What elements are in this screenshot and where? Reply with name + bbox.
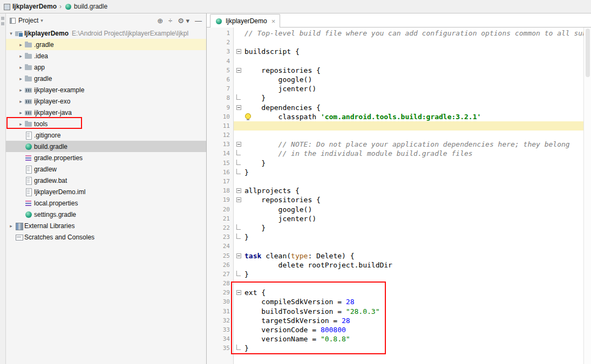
tree-item-gradlew-bat[interactable]: gradlew.bat — [6, 175, 206, 186]
gradle-file-icon — [215, 17, 223, 25]
chevron-right-icon[interactable]: ▸ — [17, 65, 24, 70]
code-line-24[interactable]: 24 — [207, 242, 583, 251]
code-line-15[interactable]: 15 } — [207, 159, 583, 168]
code-line-1[interactable]: 1// Top-level build file where you can a… — [207, 29, 583, 38]
file-icon — [24, 165, 33, 174]
code-line-2[interactable]: 2 — [207, 38, 583, 47]
chevron-down-icon[interactable]: ▾ — [40, 18, 43, 23]
code-line-3[interactable]: 3buildscript { — [207, 47, 583, 56]
tree-item-ijkplayer-exo[interactable]: ▸ijkplayer-exo — [6, 95, 206, 107]
code-line-9[interactable]: 9 dependencies { — [207, 103, 583, 112]
tree-item-label: IjkplayerDemo — [24, 30, 69, 37]
chevron-right-icon[interactable]: ▸ — [17, 53, 24, 59]
tree-item-build-gradle[interactable]: build.gradle — [6, 141, 206, 152]
tree-item-ijkplayer-java[interactable]: ▸ijkplayer-java — [6, 107, 206, 118]
settings-icon[interactable]: ⚙ ▾ — [178, 17, 189, 24]
tree-item-external-libraries[interactable]: ▸External Libraries — [6, 220, 206, 231]
breadcrumb-file[interactable]: build.gradle — [74, 3, 107, 10]
fold-end-icon[interactable] — [234, 93, 244, 102]
fold-end-icon[interactable] — [234, 232, 244, 242]
tree-item--gradle[interactable]: ▸.gradle — [6, 39, 206, 50]
line-number: 7 — [207, 84, 234, 93]
fold-gutter — [234, 84, 244, 93]
tree-item-app[interactable]: ▸app — [6, 61, 206, 73]
fold-gutter — [234, 177, 244, 186]
code-line-19[interactable]: 19 repositories { — [207, 195, 583, 204]
code-line-10[interactable]: 10 classpath 'com.android.tools.build:gr… — [207, 112, 583, 121]
code-line-7[interactable]: 7 jcenter() — [207, 84, 583, 93]
code-line-20[interactable]: 20 google() — [207, 205, 583, 214]
chevron-right-icon[interactable]: ▸ — [17, 110, 24, 115]
code-line-6[interactable]: 6 google() — [207, 75, 583, 84]
tree-item-settings-gradle[interactable]: settings.gradle — [6, 209, 206, 220]
tree-item-ijkplayerdemo-iml[interactable]: IjkplayerDemo.iml — [6, 186, 206, 197]
code-line-26[interactable]: 26 delete rootProject.buildDir — [207, 260, 583, 270]
code-text: } — [244, 223, 583, 232]
chevron-right-icon[interactable]: ▸ — [17, 42, 24, 47]
breadcrumb-project[interactable]: IjkplayerDemo — [12, 3, 57, 10]
code-line-27[interactable]: 27} — [207, 270, 583, 279]
tree-item-gradle-properties[interactable]: gradle.properties — [6, 152, 206, 163]
panel-title[interactable]: Project — [18, 17, 38, 24]
file-icon — [24, 176, 33, 185]
line-number: 19 — [207, 195, 234, 204]
code-line-14[interactable]: 14 // in the individual module build.gra… — [207, 149, 583, 158]
hide-icon[interactable]: — — [195, 17, 202, 24]
tree-item-label: gradle — [34, 75, 52, 83]
fold-start-icon[interactable] — [234, 251, 244, 260]
tree-item-ijkplayerdemo[interactable]: ▾IjkplayerDemoE:\Android Project\Ijkplay… — [6, 28, 206, 39]
code-line-16[interactable]: 16} — [207, 168, 583, 177]
tree-item-gradlew[interactable]: gradlew — [6, 163, 206, 175]
close-icon[interactable]: × — [271, 17, 276, 25]
fold-gutter — [234, 131, 244, 140]
project-path: E:\Android Project\IjkplayerExample\Ijkp… — [72, 30, 188, 37]
intention-bulb-icon[interactable] — [245, 113, 251, 119]
tree-item-local-properties[interactable]: local.properties — [6, 197, 206, 209]
fold-start-icon[interactable] — [234, 140, 244, 149]
code-text — [244, 177, 583, 186]
chevron-down-icon[interactable]: ▾ — [8, 31, 15, 36]
code-line-11[interactable]: 11 — [207, 121, 583, 131]
fold-start-icon[interactable] — [234, 103, 244, 112]
code-text: } — [244, 93, 583, 102]
tab-ijkplayerdemo[interactable]: IjkplayerDemo × — [210, 14, 280, 28]
code-line-21[interactable]: 21 jcenter() — [207, 214, 583, 223]
fold-start-icon[interactable] — [234, 195, 244, 204]
tree-item-label: gradlew.bat — [34, 177, 67, 184]
collapse-all-icon[interactable]: ÷ — [168, 17, 172, 24]
code-text: task clean(type: Delete) { — [244, 251, 583, 260]
fold-end-icon[interactable] — [234, 159, 244, 168]
code-line-5[interactable]: 5 repositories { — [207, 66, 583, 75]
fold-end-icon[interactable] — [234, 270, 244, 279]
code-line-25[interactable]: 25task clean(type: Delete) { — [207, 251, 583, 260]
tree-item--gitignore[interactable]: .gitignore — [6, 129, 206, 141]
fold-start-icon[interactable] — [234, 66, 244, 75]
tool-window-stripe[interactable] — [0, 13, 6, 364]
code-line-12[interactable]: 12 — [207, 131, 583, 140]
chevron-right-icon[interactable]: ▸ — [8, 223, 15, 229]
code-line-8[interactable]: 8 } — [207, 93, 583, 102]
tree-item-gradle[interactable]: ▸gradle — [6, 73, 206, 84]
locate-icon[interactable]: ⊕ — [157, 17, 163, 24]
line-number: 2 — [207, 38, 234, 47]
chevron-right-icon[interactable]: ▸ — [17, 76, 24, 81]
fold-gutter — [234, 38, 244, 47]
code-line-23[interactable]: 23} — [207, 232, 583, 242]
code-line-18[interactable]: 18allprojects { — [207, 186, 583, 195]
tree-item-scratches-and-consoles[interactable]: Scratches and Consoles — [6, 231, 206, 243]
code-line-13[interactable]: 13 // NOTE: Do not place your applicatio… — [207, 140, 583, 149]
fold-end-icon[interactable] — [234, 149, 244, 158]
fold-start-icon[interactable] — [234, 186, 244, 195]
fold-gutter — [234, 121, 244, 131]
code-line-22[interactable]: 22 } — [207, 223, 583, 232]
editor-scrollbar[interactable] — [583, 28, 591, 364]
fold-start-icon[interactable] — [234, 47, 244, 56]
fold-end-icon[interactable] — [234, 168, 244, 177]
tree-item-ijkplayer-example[interactable]: ▸ijkplayer-example — [6, 84, 206, 95]
fold-end-icon[interactable] — [234, 223, 244, 232]
code-line-4[interactable]: 4 — [207, 57, 583, 66]
chevron-right-icon[interactable]: ▸ — [17, 87, 24, 93]
code-line-17[interactable]: 17 — [207, 177, 583, 186]
chevron-right-icon[interactable]: ▸ — [17, 99, 24, 104]
tree-item--idea[interactable]: ▸.idea — [6, 50, 206, 61]
